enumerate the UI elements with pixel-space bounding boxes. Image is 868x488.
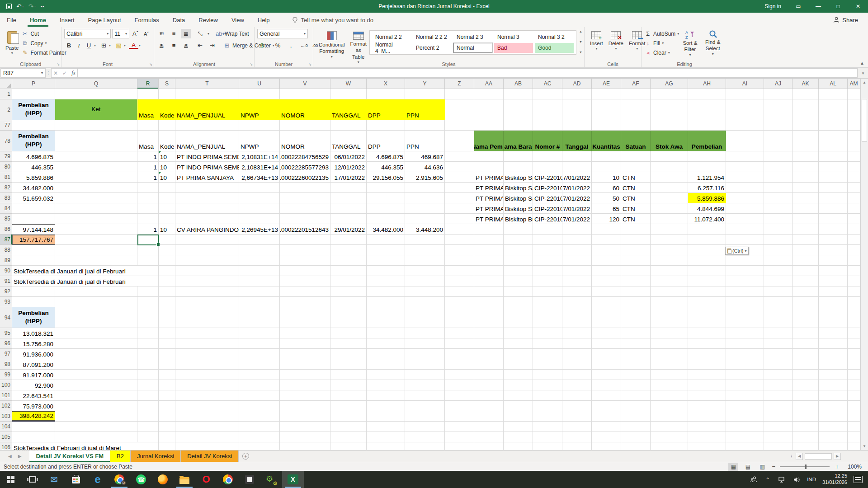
cell-S1[interactable] xyxy=(159,89,175,99)
cell-AE94[interactable] xyxy=(592,307,621,328)
cell-R104[interactable] xyxy=(137,422,159,432)
cell-AD94[interactable] xyxy=(562,307,592,328)
column-header-AI[interactable]: AI xyxy=(726,79,764,89)
cell-Q85[interactable] xyxy=(55,214,137,224)
bold-icon[interactable]: B xyxy=(64,41,74,50)
cell-Q78[interactable] xyxy=(55,131,137,151)
cell-P105[interactable] xyxy=(12,432,55,442)
cell-AE83[interactable]: 50 xyxy=(592,193,621,203)
cell-AA93[interactable] xyxy=(474,297,504,307)
cell-V99[interactable] xyxy=(280,370,330,380)
number-dialog-launcher-icon[interactable]: ↘ xyxy=(308,62,311,66)
cell-AF91[interactable] xyxy=(621,276,651,286)
cell-AI86[interactable] xyxy=(726,224,764,235)
cell-W100[interactable] xyxy=(330,380,367,390)
cell-AB96[interactable] xyxy=(504,338,533,349)
cell-AK92[interactable] xyxy=(793,286,819,297)
cell-AL101[interactable] xyxy=(819,390,848,401)
cell-AI89[interactable] xyxy=(726,255,764,266)
cell-AB97[interactable] xyxy=(504,349,533,359)
italic-icon[interactable]: I xyxy=(74,41,84,50)
cell-Q84[interactable] xyxy=(55,203,137,214)
column-header-AE[interactable]: AE xyxy=(592,79,621,89)
cell-Y95[interactable] xyxy=(405,328,445,338)
cell-AL88[interactable] xyxy=(819,245,848,255)
cell-Q81[interactable] xyxy=(55,172,137,183)
cell-P90[interactable]: StokTersedia di Januari di jual di Febru… xyxy=(12,266,159,276)
sheet-nav-right-icon[interactable]: ▶ xyxy=(18,454,22,459)
cell-AB82[interactable]: Biskitop Sa xyxy=(504,183,533,193)
row-header-80[interactable]: 80 xyxy=(0,162,12,172)
cell-AD84[interactable]: 17/01/2022 xyxy=(562,203,592,214)
cell-U99[interactable] xyxy=(239,370,280,380)
increase-indent-icon[interactable]: ⇥ xyxy=(208,41,217,50)
ribbon-tab-formulas[interactable]: Formulas xyxy=(128,14,166,27)
cell-W91[interactable] xyxy=(330,276,367,286)
cell-Y1[interactable] xyxy=(405,89,445,99)
cell-AD1[interactable] xyxy=(562,89,592,99)
fill-button[interactable]: ↓Fill▾ xyxy=(644,38,679,48)
cell-AA80[interactable] xyxy=(474,162,504,172)
cell-Y83[interactable] xyxy=(405,193,445,203)
cell-Y88[interactable] xyxy=(405,245,445,255)
cell-W105[interactable] xyxy=(330,432,367,442)
cell-style-normal-3[interactable]: Normal 3 xyxy=(494,32,533,42)
cell-W97[interactable] xyxy=(330,349,367,359)
cell-Y2[interactable]: PPN xyxy=(405,99,445,120)
column-header-X[interactable]: X xyxy=(367,79,405,89)
cell-S99[interactable] xyxy=(159,370,175,380)
column-header-P[interactable]: P xyxy=(12,79,55,89)
cell-AD105[interactable] xyxy=(562,432,592,442)
cell-AG94[interactable] xyxy=(651,307,688,328)
microsoft-store-icon[interactable] xyxy=(65,471,87,488)
percent-style-icon[interactable]: % xyxy=(273,41,283,50)
cell-U94[interactable] xyxy=(239,307,280,328)
cell-AJ80[interactable] xyxy=(764,162,793,172)
cell-T78[interactable]: NAMA_PENJUAL xyxy=(175,131,239,151)
cell-T77[interactable] xyxy=(175,120,239,131)
cell-T105[interactable] xyxy=(175,432,239,442)
cell-AF93[interactable] xyxy=(621,297,651,307)
cell-AB105[interactable] xyxy=(504,432,533,442)
cell-AD101[interactable] xyxy=(562,390,592,401)
cell-AA103[interactable] xyxy=(474,411,504,422)
column-header-T[interactable]: T xyxy=(175,79,239,89)
cell-X91[interactable] xyxy=(367,276,405,286)
row-header-102[interactable]: 102 xyxy=(0,401,12,411)
cell-X102[interactable] xyxy=(367,401,405,411)
cell-Y90[interactable] xyxy=(405,266,445,276)
cell-R102[interactable] xyxy=(137,401,159,411)
borders-icon[interactable]: ⊞ xyxy=(99,41,108,50)
cell-AC2[interactable] xyxy=(533,99,562,120)
cell-AE101[interactable] xyxy=(592,390,621,401)
cell-AI83[interactable] xyxy=(726,193,764,203)
cell-AA91[interactable] xyxy=(474,276,504,286)
column-header-U[interactable]: U xyxy=(239,79,280,89)
undo-icon[interactable]: ↶▾ xyxy=(16,3,24,10)
cell-AG79[interactable] xyxy=(651,151,688,162)
cell-AJ83[interactable] xyxy=(764,193,793,203)
cell-W106[interactable] xyxy=(330,442,367,450)
insert-function-icon[interactable]: fx xyxy=(71,70,75,76)
cell-AE82[interactable]: 60 xyxy=(592,183,621,193)
cell-AH1[interactable] xyxy=(688,89,726,99)
cell-S95[interactable] xyxy=(159,328,175,338)
cell-AE104[interactable] xyxy=(592,422,621,432)
cell-X90[interactable] xyxy=(367,266,405,276)
cell-P99[interactable]: 91.917.000 xyxy=(12,370,55,380)
cell-X88[interactable] xyxy=(367,245,405,255)
cell-T97[interactable] xyxy=(175,349,239,359)
cell-AB91[interactable] xyxy=(504,276,533,286)
cell-W81[interactable]: 17/01/2022 xyxy=(330,172,367,183)
cell-AF86[interactable] xyxy=(621,224,651,235)
cell-R79[interactable]: 1 xyxy=(137,151,159,162)
cell-P101[interactable]: 22.643.541 xyxy=(12,390,55,401)
zoom-level[interactable]: 100% xyxy=(844,464,862,470)
cell-AL80[interactable] xyxy=(819,162,848,172)
cell-AL86[interactable] xyxy=(819,224,848,235)
cell-AM99[interactable] xyxy=(848,370,860,380)
cell-P84[interactable] xyxy=(12,203,55,214)
cell-P87[interactable]: 157.717.767 xyxy=(12,235,55,245)
cell-AL91[interactable] xyxy=(819,276,848,286)
cell-P80[interactable]: 446.355 xyxy=(12,162,55,172)
